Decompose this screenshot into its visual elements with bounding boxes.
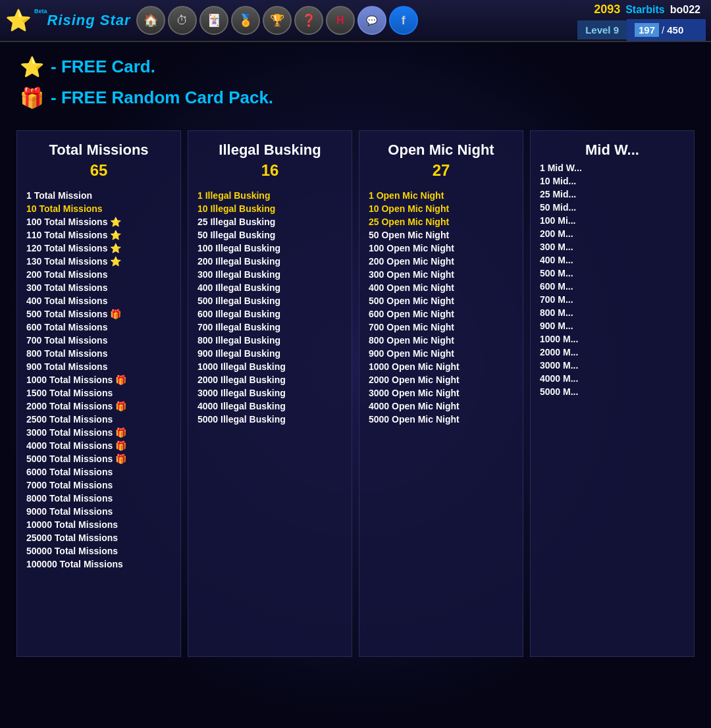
mission-item-3-8[interactable]: 500 M... bbox=[540, 267, 685, 280]
mission-item-2-1[interactable]: 10 Open Mic Night bbox=[369, 202, 514, 215]
mission-item-2-17[interactable]: 5000 Open Mic Night bbox=[369, 413, 514, 426]
mission-item-3-9[interactable]: 600 M... bbox=[540, 280, 685, 293]
beta-badge: Beta bbox=[34, 8, 47, 14]
mission-item-2-4[interactable]: 100 Open Mic Night bbox=[369, 242, 514, 255]
cards-button[interactable]: 🃏 bbox=[199, 6, 228, 35]
mission-item-2-3[interactable]: 50 Open Mic Night bbox=[369, 228, 514, 242]
mission-item-2-6[interactable]: 300 Open Mic Night bbox=[369, 268, 514, 281]
mission-item-2-10[interactable]: 700 Open Mic Night bbox=[369, 321, 514, 334]
mission-item-0-28[interactable]: 100000 Total Missions bbox=[26, 558, 171, 571]
mission-item-2-16[interactable]: 4000 Open Mic Night bbox=[369, 400, 514, 413]
mission-item-1-7[interactable]: 400 Illegal Busking bbox=[198, 281, 342, 294]
mission-item-1-8[interactable]: 500 Illegal Busking bbox=[198, 294, 342, 307]
mission-item-1-4[interactable]: 100 Illegal Busking bbox=[198, 242, 342, 255]
mission-item-1-5[interactable]: 200 Illegal Busking bbox=[198, 255, 342, 268]
mission-item-1-1[interactable]: 10 Illegal Busking bbox=[198, 202, 342, 215]
mission-item-0-12[interactable]: 800 Total Missions bbox=[26, 347, 171, 360]
mission-item-0-11[interactable]: 700 Total Missions bbox=[26, 334, 171, 347]
mission-item-1-14[interactable]: 2000 Illegal Busking bbox=[198, 373, 342, 386]
discord-button[interactable]: 💬 bbox=[357, 6, 386, 35]
header: ⭐ Beta Rising Star 🏠 ⏱ 🃏 🏅 🏆 ❓ H 💬 f 209… bbox=[0, 0, 711, 42]
mission-item-0-25[interactable]: 10000 Total Missions bbox=[26, 518, 171, 531]
mission-item-1-9[interactable]: 600 Illegal Busking bbox=[198, 307, 342, 321]
mission-item-0-21[interactable]: 6000 Total Missions bbox=[26, 465, 171, 479]
mission-item-0-13[interactable]: 900 Total Missions bbox=[26, 360, 171, 373]
mission-column-count-1: 16 bbox=[198, 161, 342, 180]
starbits-row: 2093 Starbits bo022 bbox=[589, 0, 706, 19]
mission-item-0-2[interactable]: 100 Total Missions ⭐ bbox=[26, 215, 171, 228]
mission-item-2-0[interactable]: 1 Open Mic Night bbox=[369, 189, 514, 202]
hive-button[interactable]: H bbox=[326, 6, 355, 35]
mission-item-1-6[interactable]: 300 Illegal Busking bbox=[198, 268, 342, 281]
mission-item-2-2[interactable]: 25 Open Mic Night bbox=[369, 215, 514, 228]
mission-item-3-16[interactable]: 4000 M... bbox=[540, 372, 685, 385]
mission-item-2-5[interactable]: 200 Open Mic Night bbox=[369, 255, 514, 268]
mission-item-0-20[interactable]: 5000 Total Missions 🎁 bbox=[26, 452, 171, 465]
mission-column-title-0: Total Missions bbox=[26, 142, 171, 159]
mission-item-0-4[interactable]: 120 Total Missions ⭐ bbox=[26, 242, 171, 255]
mission-item-3-10[interactable]: 700 M... bbox=[540, 293, 685, 306]
mission-item-3-2[interactable]: 25 Mid... bbox=[540, 188, 685, 201]
mission-item-0-8[interactable]: 400 Total Missions bbox=[26, 294, 171, 307]
mission-item-1-16[interactable]: 4000 Illegal Busking bbox=[198, 400, 342, 413]
mission-item-3-0[interactable]: 1 Mid W... bbox=[540, 161, 685, 174]
mission-item-0-17[interactable]: 2500 Total Missions bbox=[26, 413, 171, 426]
mission-item-0-9[interactable]: 500 Total Missions 🎁 bbox=[26, 307, 171, 321]
mission-item-2-14[interactable]: 2000 Open Mic Night bbox=[369, 373, 514, 386]
mission-item-3-7[interactable]: 400 M... bbox=[540, 253, 685, 267]
mission-item-1-0[interactable]: 1 Illegal Busking bbox=[198, 189, 342, 202]
mission-item-3-13[interactable]: 1000 M... bbox=[540, 332, 685, 346]
mission-item-0-0[interactable]: 1 Total Mission bbox=[26, 189, 171, 202]
mission-item-3-15[interactable]: 3000 M... bbox=[540, 359, 685, 372]
mission-item-1-2[interactable]: 25 Illegal Busking bbox=[198, 215, 342, 228]
mission-item-1-10[interactable]: 700 Illegal Busking bbox=[198, 321, 342, 334]
mission-item-3-6[interactable]: 300 M... bbox=[540, 240, 685, 253]
mission-item-2-13[interactable]: 1000 Open Mic Night bbox=[369, 360, 514, 373]
mission-item-3-3[interactable]: 50 Mid... bbox=[540, 201, 685, 214]
mission-item-2-9[interactable]: 600 Open Mic Night bbox=[369, 307, 514, 321]
mission-item-0-1[interactable]: 10 Total Missions bbox=[26, 202, 171, 215]
mission-item-0-3[interactable]: 110 Total Missions ⭐ bbox=[26, 228, 171, 242]
mission-item-2-15[interactable]: 3000 Open Mic Night bbox=[369, 386, 514, 400]
help-button[interactable]: ❓ bbox=[294, 6, 323, 35]
mission-item-1-3[interactable]: 50 Illegal Busking bbox=[198, 228, 342, 242]
achievements-button[interactable]: 🏅 bbox=[231, 6, 260, 35]
mission-item-0-16[interactable]: 2000 Total Missions 🎁 bbox=[26, 400, 171, 413]
mission-item-3-1[interactable]: 10 Mid... bbox=[540, 174, 685, 188]
mission-item-0-15[interactable]: 1500 Total Missions bbox=[26, 386, 171, 400]
mission-item-0-19[interactable]: 4000 Total Missions 🎁 bbox=[26, 439, 171, 452]
mission-item-2-11[interactable]: 800 Open Mic Night bbox=[369, 334, 514, 347]
mission-item-2-7[interactable]: 400 Open Mic Night bbox=[369, 281, 514, 294]
mission-item-1-11[interactable]: 800 Illegal Busking bbox=[198, 334, 342, 347]
mission-item-0-14[interactable]: 1000 Total Missions 🎁 bbox=[26, 373, 171, 386]
mission-item-0-6[interactable]: 200 Total Missions bbox=[26, 268, 171, 281]
mission-item-0-10[interactable]: 600 Total Missions bbox=[26, 321, 171, 334]
mission-item-0-26[interactable]: 25000 Total Missions bbox=[26, 531, 171, 544]
missions-button[interactable]: ⏱ bbox=[168, 6, 197, 35]
mission-item-3-14[interactable]: 2000 M... bbox=[540, 346, 685, 359]
mission-item-3-4[interactable]: 100 Mi... bbox=[540, 214, 685, 227]
missions-grid: Total Missions651 Total Mission10 Total … bbox=[0, 124, 711, 663]
mission-item-0-23[interactable]: 8000 Total Missions bbox=[26, 492, 171, 505]
mission-item-1-12[interactable]: 900 Illegal Busking bbox=[198, 347, 342, 360]
mission-item-0-22[interactable]: 7000 Total Missions bbox=[26, 479, 171, 492]
mission-item-0-24[interactable]: 9000 Total Missions bbox=[26, 505, 171, 518]
trophy-button[interactable]: 🏆 bbox=[263, 6, 292, 35]
level-badge: Level 9 bbox=[577, 20, 627, 39]
mission-item-0-7[interactable]: 300 Total Missions bbox=[26, 281, 171, 294]
mission-item-0-18[interactable]: 3000 Total Missions 🎁 bbox=[26, 426, 171, 439]
free-card-text-2: - FREE Random Card Pack. bbox=[51, 88, 273, 108]
mission-item-3-5[interactable]: 200 M... bbox=[540, 227, 685, 240]
mission-item-1-13[interactable]: 1000 Illegal Busking bbox=[198, 360, 342, 373]
home-button[interactable]: 🏠 bbox=[136, 6, 165, 35]
mission-item-0-27[interactable]: 50000 Total Missions bbox=[26, 544, 171, 558]
mission-item-2-8[interactable]: 500 Open Mic Night bbox=[369, 294, 514, 307]
mission-item-2-12[interactable]: 900 Open Mic Night bbox=[369, 347, 514, 360]
mission-item-1-15[interactable]: 3000 Illegal Busking bbox=[198, 386, 342, 400]
mission-item-0-5[interactable]: 130 Total Missions ⭐ bbox=[26, 255, 171, 268]
facebook-button[interactable]: f bbox=[389, 6, 418, 35]
mission-item-3-12[interactable]: 900 M... bbox=[540, 319, 685, 332]
mission-item-3-17[interactable]: 5000 M... bbox=[540, 385, 685, 398]
mission-item-1-17[interactable]: 5000 Illegal Busking bbox=[198, 413, 342, 426]
mission-item-3-11[interactable]: 800 M... bbox=[540, 306, 685, 319]
